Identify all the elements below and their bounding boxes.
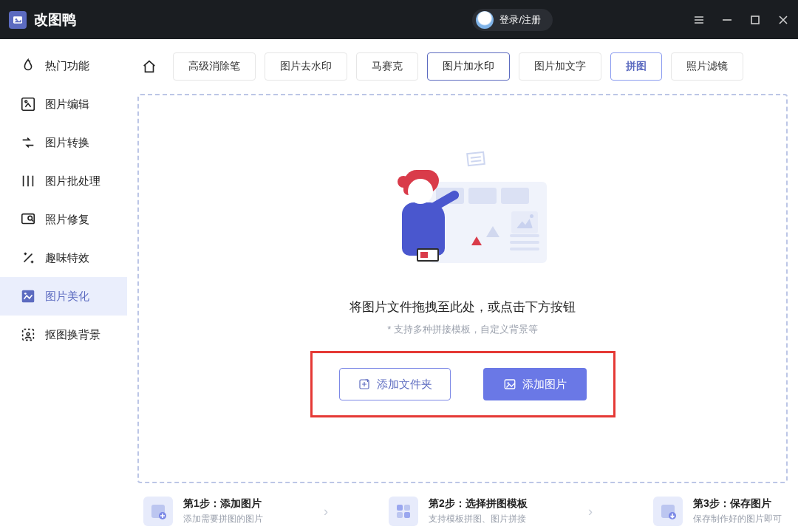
svg-point-13 (507, 382, 508, 383)
svg-rect-2 (751, 16, 759, 24)
step-3: 第3步：保存图片保存制作好的图片即可 (653, 497, 782, 526)
dropzone-illustration (389, 160, 536, 285)
add-image-button[interactable]: 添加图片 (483, 368, 587, 400)
sidebar-item-hot[interactable]: 热门功能 (0, 47, 127, 85)
dropzone-title: 将图片文件拖拽至此处，或点击下方按钮 (349, 299, 576, 316)
avatar-icon (476, 11, 494, 29)
cutout-icon (20, 327, 36, 343)
minimize-icon[interactable] (721, 14, 733, 26)
sidebar-item-convert[interactable]: 图片转换 (0, 123, 127, 162)
tab-add-text[interactable]: 图片加文字 (519, 52, 601, 81)
home-button[interactable] (139, 56, 160, 77)
maximize-icon[interactable] (749, 14, 761, 26)
svg-point-10 (27, 332, 30, 335)
steps-row: 第1步：添加图片添加需要拼图的图片 › 第2步：选择拼图模板支持模板拼图、图片拼… (137, 494, 788, 529)
batch-icon (20, 173, 36, 189)
edit-image-icon (20, 96, 36, 112)
sparkle-icon (20, 250, 36, 266)
folder-plus-icon (358, 378, 371, 391)
step-template-icon (389, 497, 418, 526)
svg-rect-18 (397, 512, 403, 518)
svg-point-4 (25, 100, 27, 103)
sidebar-item-label: 图片美化 (45, 290, 89, 304)
sidebar-item-label: 热门功能 (45, 59, 89, 73)
titlebar: 改图鸭 登录/注册 (0, 0, 798, 39)
sidebar-item-label: 抠图换背景 (45, 328, 100, 342)
tab-filter[interactable]: 照片滤镜 (671, 52, 743, 81)
sidebar: 热门功能 图片编辑 图片转换 图片批处理 照片修复 趣味特效 图片美化 抠图换 (0, 39, 127, 532)
dropzone[interactable]: 将图片文件拖拽至此处，或点击下方按钮 * 支持多种拼接模板，自定义背景等 添加文… (137, 94, 788, 483)
main-area: 高级消除笔 图片去水印 马赛克 图片加水印 图片加文字 拼图 照片滤镜 将图片文… (127, 39, 798, 532)
step-add-icon (143, 497, 173, 526)
chevron-right-icon: › (588, 504, 593, 519)
step-save-icon (653, 497, 683, 526)
svg-point-1 (16, 18, 18, 21)
step-1: 第1步：添加图片添加需要拼图的图片 (143, 497, 263, 526)
svg-rect-9 (23, 330, 34, 341)
login-label: 登录/注册 (499, 13, 541, 27)
sidebar-item-batch[interactable]: 图片批处理 (0, 162, 127, 200)
sidebar-item-beautify[interactable]: 图片美化 (0, 277, 127, 316)
sidebar-item-effects[interactable]: 趣味特效 (0, 239, 127, 277)
dropzone-subtitle: * 支持多种拼接模板，自定义背景等 (387, 323, 538, 336)
sidebar-item-label: 图片转换 (45, 136, 89, 150)
window-controls (693, 14, 789, 26)
restore-icon (20, 211, 36, 228)
tabs-row: 高级消除笔 图片去水印 马赛克 图片加水印 图片加文字 拼图 照片滤镜 (137, 48, 788, 85)
sidebar-item-restore[interactable]: 照片修复 (0, 200, 127, 239)
tab-remove-watermark[interactable]: 图片去水印 (265, 52, 347, 81)
sidebar-item-label: 趣味特效 (45, 251, 89, 265)
chevron-right-icon: › (324, 504, 328, 519)
sidebar-item-label: 图片编辑 (45, 98, 89, 112)
menu-icon[interactable] (693, 14, 705, 26)
svg-rect-17 (404, 505, 410, 511)
sidebar-item-edit[interactable]: 图片编辑 (0, 85, 127, 123)
login-button[interactable]: 登录/注册 (472, 9, 553, 31)
tab-collage[interactable]: 拼图 (610, 52, 662, 81)
flame-icon (20, 58, 36, 74)
sidebar-item-label: 照片修复 (45, 213, 89, 227)
beautify-icon (20, 288, 36, 304)
add-folder-button[interactable]: 添加文件夹 (339, 368, 451, 400)
svg-rect-16 (397, 505, 403, 511)
sidebar-item-cutout[interactable]: 抠图换背景 (0, 316, 127, 354)
svg-rect-19 (404, 512, 410, 518)
sidebar-item-label: 图片批处理 (45, 174, 100, 188)
svg-point-8 (24, 293, 27, 295)
tab-add-watermark[interactable]: 图片加水印 (427, 52, 510, 81)
tab-eraser[interactable]: 高级消除笔 (173, 52, 256, 81)
tab-mosaic[interactable]: 马赛克 (356, 52, 418, 81)
convert-icon (20, 134, 36, 151)
app-title: 改图鸭 (34, 10, 76, 30)
step-2: 第2步：选择拼图模板支持模板拼图、图片拼接 (389, 497, 528, 526)
app-logo (9, 11, 27, 29)
close-icon[interactable] (777, 14, 789, 26)
image-icon (503, 378, 516, 391)
action-highlight: 添加文件夹 添加图片 (310, 351, 615, 417)
